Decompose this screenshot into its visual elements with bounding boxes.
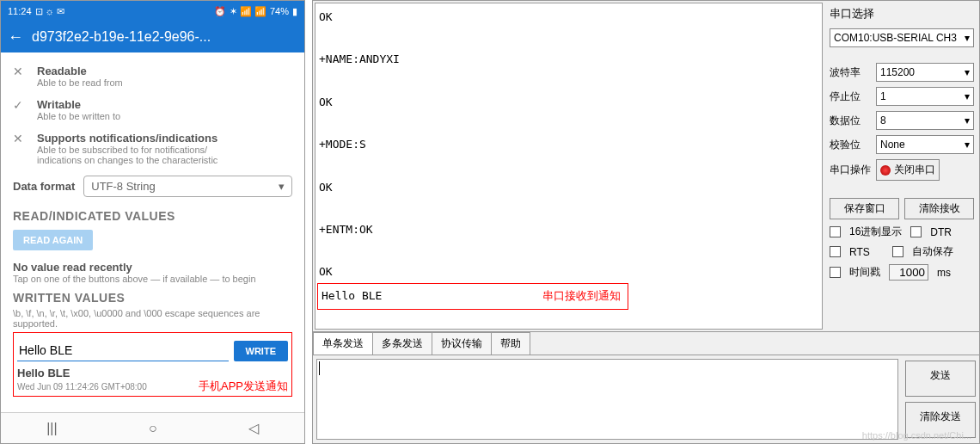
chevron-down-icon: ▾ bbox=[279, 180, 285, 193]
clear-tx-button[interactable]: 清除发送 bbox=[905, 402, 976, 438]
sent-value-time: Wed Jun 09 11:24:26 GMT+08:00 bbox=[17, 382, 147, 392]
chevron-down-icon: ▾ bbox=[965, 66, 970, 78]
written-section-title: WRITTEN VALUES bbox=[13, 291, 292, 305]
rx-textarea[interactable]: OK +NAME:ANDYXI OK +MODE:S OK +ENTM:OK O… bbox=[315, 3, 823, 330]
rx-log: OK +NAME:ANDYXI OK +MODE:S OK +ENTM:OK O… bbox=[319, 10, 400, 278]
cross-icon: ✕ bbox=[13, 132, 28, 145]
annotation-phone-send: 手机APP发送通知 bbox=[199, 379, 288, 394]
write-input[interactable] bbox=[17, 340, 229, 361]
phone-app: 11:24 ⊡ ☼ ✉ ⏰ ✶ 📶 📶 74% ▮ ← d973f2e2-b19… bbox=[0, 0, 305, 444]
prop-readable: ✕ Readable Able to be read from bbox=[13, 59, 292, 93]
prop-title: Readable bbox=[37, 65, 123, 77]
read-again-button[interactable]: READ AGAIN bbox=[13, 230, 93, 250]
read-section-title: READ/INDICATED VALUES bbox=[13, 209, 292, 223]
port-select[interactable]: COM10:USB-SERIAL CH3 ▾ bbox=[830, 28, 974, 47]
chevron-down-icon: ▾ bbox=[965, 32, 970, 44]
nav-home-icon[interactable]: ○ bbox=[149, 421, 157, 436]
chevron-down-icon: ▾ bbox=[965, 139, 970, 151]
status-time: 11:24 bbox=[8, 6, 32, 16]
interval-input[interactable] bbox=[889, 264, 928, 281]
tab-single-send[interactable]: 单条发送 bbox=[313, 332, 373, 355]
ms-unit: ms bbox=[937, 267, 951, 279]
rx-highlight-box: Hello BLE串口接收到通知 bbox=[317, 283, 628, 310]
page-title: d973f2e2-b19e-11e2-9e96-... bbox=[32, 29, 211, 45]
tab-help[interactable]: 帮助 bbox=[491, 332, 530, 355]
notif-icon: ⊡ ☼ ✉ bbox=[35, 6, 64, 17]
nav-recent-icon[interactable]: ||| bbox=[46, 421, 57, 436]
text-cursor bbox=[319, 361, 320, 375]
write-button[interactable]: WRITE bbox=[234, 341, 288, 361]
port-value: COM10:USB-SERIAL CH3 bbox=[834, 32, 957, 44]
port-select-title: 串口选择 bbox=[830, 6, 974, 22]
send-button[interactable]: 发送 bbox=[905, 361, 976, 397]
prop-title: Writable bbox=[37, 98, 120, 111]
app-bar: ← d973f2e2-b19e-11e2-9e96-... bbox=[1, 22, 304, 52]
dtr-checkbox[interactable] bbox=[910, 226, 922, 237]
chevron-down-icon: ▾ bbox=[965, 90, 970, 102]
op-label: 串口操作 bbox=[830, 163, 871, 177]
parity-label: 校验位 bbox=[830, 138, 871, 152]
no-value-desc: Tap on one of the buttons above — if ava… bbox=[13, 274, 292, 284]
prop-notifications: ✕ Supports notifications/indications Abl… bbox=[13, 126, 292, 170]
signal-icon: ✶ 📶 📶 bbox=[230, 6, 266, 17]
back-icon[interactable]: ← bbox=[8, 28, 23, 46]
timestamp-label: 时间戳 bbox=[849, 265, 880, 280]
rts-label: RTS bbox=[849, 246, 884, 258]
tab-protocol[interactable]: 协议传输 bbox=[432, 332, 492, 355]
sent-value-title: Hello BLE bbox=[17, 367, 288, 379]
dtr-label: DTR bbox=[930, 226, 952, 238]
data-format-label: Data format bbox=[13, 180, 75, 193]
tab-multi-send[interactable]: 多条发送 bbox=[372, 332, 432, 355]
timestamp-checkbox[interactable] bbox=[830, 267, 841, 278]
alarm-icon: ⏰ bbox=[214, 6, 226, 17]
battery-icon: ▮ bbox=[292, 6, 297, 17]
check-icon: ✓ bbox=[13, 98, 28, 112]
data-format-row: Data format UTF-8 String ▾ bbox=[13, 170, 292, 202]
stop-label: 停止位 bbox=[830, 89, 871, 104]
stop-value: 1 bbox=[880, 90, 886, 102]
baud-value: 115200 bbox=[880, 66, 915, 78]
data-value: 8 bbox=[880, 114, 886, 126]
data-label: 数据位 bbox=[830, 114, 871, 128]
cross-icon: ✕ bbox=[13, 65, 28, 78]
serial-tool: OK +NAME:ANDYXI OK +MODE:S OK +ENTM:OK O… bbox=[312, 0, 980, 444]
rx-hello: Hello BLE bbox=[322, 289, 382, 302]
content-area: ✕ Readable Able to be read from ✓ Writab… bbox=[1, 52, 304, 412]
battery-text: 74% bbox=[270, 6, 289, 16]
android-nav-bar: ||| ○ ◁ bbox=[1, 412, 304, 443]
data-format-value: UTF-8 String bbox=[91, 180, 155, 193]
chevron-down-icon: ▾ bbox=[965, 114, 970, 126]
stop-select[interactable]: 1▾ bbox=[876, 87, 974, 106]
close-port-label: 关闭串口 bbox=[894, 163, 935, 177]
autosave-checkbox[interactable] bbox=[892, 246, 903, 257]
prop-desc: Able to be subscribed to for notificatio… bbox=[37, 145, 217, 165]
side-panel: 串口选择 COM10:USB-SERIAL CH3 ▾ 波特率 115200▾ … bbox=[824, 1, 979, 331]
parity-select[interactable]: None▾ bbox=[876, 135, 974, 154]
written-highlight-box: WRITE Hello BLE Wed Jun 09 11:24:26 GMT+… bbox=[13, 332, 292, 397]
data-select[interactable]: 8▾ bbox=[876, 111, 974, 130]
tx-tabs: 单条发送 多条发送 协议传输 帮助 bbox=[313, 332, 979, 355]
prop-desc: Able to be written to bbox=[37, 111, 120, 121]
clear-rx-button[interactable]: 清除接收 bbox=[904, 198, 974, 219]
baud-label: 波特率 bbox=[830, 65, 871, 80]
save-window-button[interactable]: 保存窗口 bbox=[830, 198, 899, 219]
nav-back-icon[interactable]: ◁ bbox=[248, 420, 259, 436]
baud-select[interactable]: 115200▾ bbox=[876, 63, 974, 82]
status-bar: 11:24 ⊡ ☼ ✉ ⏰ ✶ 📶 📶 74% ▮ bbox=[1, 1, 304, 22]
rts-checkbox[interactable] bbox=[830, 246, 841, 257]
hex-label: 16进制显示 bbox=[849, 225, 902, 239]
hex-checkbox[interactable] bbox=[830, 226, 841, 237]
annotation-serial-rx: 串口接收到通知 bbox=[542, 286, 621, 307]
close-port-button[interactable]: 关闭串口 bbox=[876, 159, 940, 181]
data-format-select[interactable]: UTF-8 String ▾ bbox=[83, 176, 292, 197]
prop-writable: ✓ Writable Able to be written to bbox=[13, 93, 292, 126]
port-status-icon bbox=[880, 165, 891, 176]
prop-title: Supports notifications/indications bbox=[37, 132, 217, 145]
tx-textarea[interactable] bbox=[316, 359, 898, 440]
autosave-label: 自动保存 bbox=[912, 244, 953, 259]
escape-note: \b, \f, \n, \r, \t, \x00, \u0000 and \00… bbox=[13, 308, 292, 329]
prop-desc: Able to be read from bbox=[37, 77, 123, 88]
parity-value: None bbox=[880, 139, 905, 151]
no-value-title: No value read recently bbox=[13, 261, 292, 274]
